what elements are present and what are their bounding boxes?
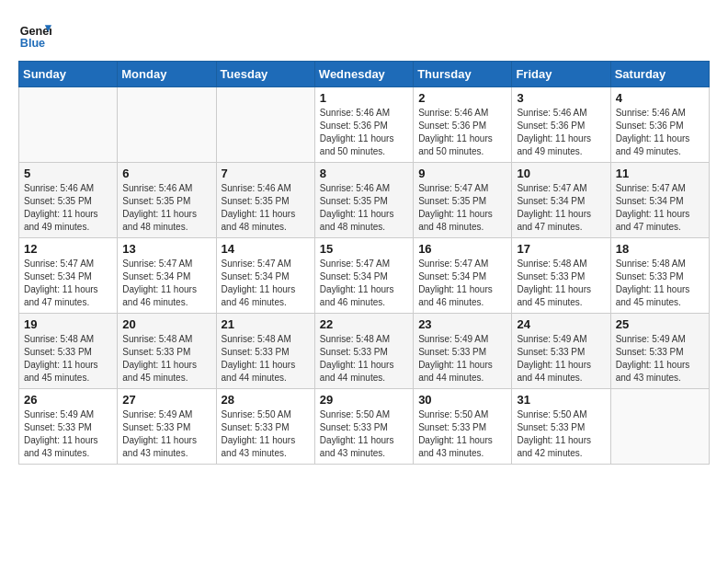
weekday-header-row: SundayMondayTuesdayWednesdayThursdayFrid…: [19, 62, 710, 87]
calendar-cell: 5Sunrise: 5:46 AM Sunset: 5:35 PM Daylig…: [19, 163, 118, 238]
day-number: 24: [517, 317, 605, 331]
day-info: Sunrise: 5:49 AM Sunset: 5:33 PM Dayligh…: [517, 333, 605, 385]
weekday-header-wednesday: Wednesday: [314, 62, 413, 87]
calendar-cell: 15Sunrise: 5:47 AM Sunset: 5:34 PM Dayli…: [314, 238, 413, 314]
calendar-cell: 4Sunrise: 5:46 AM Sunset: 5:36 PM Daylig…: [610, 87, 709, 163]
day-number: 23: [418, 317, 506, 331]
day-info: Sunrise: 5:47 AM Sunset: 5:34 PM Dayligh…: [517, 182, 605, 234]
day-number: 17: [517, 242, 605, 256]
calendar-cell: [610, 389, 709, 465]
calendar-cell: 19Sunrise: 5:48 AM Sunset: 5:33 PM Dayli…: [19, 314, 118, 389]
calendar-header: SundayMondayTuesdayWednesdayThursdayFrid…: [19, 62, 710, 87]
calendar-cell: 29Sunrise: 5:50 AM Sunset: 5:33 PM Dayli…: [314, 389, 413, 465]
weekday-header-thursday: Thursday: [414, 62, 512, 87]
weekday-header-sunday: Sunday: [19, 62, 118, 87]
week-row-3: 12Sunrise: 5:47 AM Sunset: 5:34 PM Dayli…: [19, 238, 710, 314]
calendar-cell: [118, 87, 216, 163]
day-info: Sunrise: 5:46 AM Sunset: 5:35 PM Dayligh…: [320, 182, 408, 234]
day-number: 18: [616, 242, 704, 256]
day-number: 19: [24, 317, 112, 331]
calendar-cell: [216, 87, 314, 163]
day-number: 15: [320, 242, 408, 256]
day-info: Sunrise: 5:47 AM Sunset: 5:34 PM Dayligh…: [24, 258, 112, 309]
day-info: Sunrise: 5:48 AM Sunset: 5:33 PM Dayligh…: [320, 333, 408, 385]
calendar-cell: 24Sunrise: 5:49 AM Sunset: 5:33 PM Dayli…: [512, 314, 610, 389]
calendar-cell: 10Sunrise: 5:47 AM Sunset: 5:34 PM Dayli…: [512, 163, 610, 238]
calendar-cell: 22Sunrise: 5:48 AM Sunset: 5:33 PM Dayli…: [314, 314, 413, 389]
calendar-cell: 18Sunrise: 5:48 AM Sunset: 5:33 PM Dayli…: [610, 238, 709, 314]
calendar-cell: 26Sunrise: 5:49 AM Sunset: 5:33 PM Dayli…: [19, 389, 118, 465]
calendar-cell: 27Sunrise: 5:49 AM Sunset: 5:33 PM Dayli…: [118, 389, 216, 465]
day-info: Sunrise: 5:49 AM Sunset: 5:33 PM Dayligh…: [418, 333, 506, 385]
day-info: Sunrise: 5:50 AM Sunset: 5:33 PM Dayligh…: [418, 408, 506, 460]
day-info: Sunrise: 5:47 AM Sunset: 5:34 PM Dayligh…: [222, 258, 310, 309]
day-info: Sunrise: 5:46 AM Sunset: 5:35 PM Dayligh…: [222, 182, 310, 234]
day-number: 8: [320, 167, 408, 180]
day-number: 27: [122, 393, 210, 407]
calendar-cell: 2Sunrise: 5:46 AM Sunset: 5:36 PM Daylig…: [414, 87, 512, 163]
svg-text:Blue: Blue: [20, 37, 45, 50]
day-number: 3: [517, 91, 605, 105]
day-info: Sunrise: 5:50 AM Sunset: 5:33 PM Dayligh…: [222, 408, 310, 460]
day-info: Sunrise: 5:46 AM Sunset: 5:36 PM Dayligh…: [418, 107, 506, 158]
calendar-cell: 6Sunrise: 5:46 AM Sunset: 5:35 PM Daylig…: [118, 163, 216, 238]
calendar-cell: 30Sunrise: 5:50 AM Sunset: 5:33 PM Dayli…: [414, 389, 512, 465]
day-info: Sunrise: 5:46 AM Sunset: 5:35 PM Dayligh…: [24, 182, 112, 234]
calendar-cell: 23Sunrise: 5:49 AM Sunset: 5:33 PM Dayli…: [414, 314, 512, 389]
calendar-cell: 28Sunrise: 5:50 AM Sunset: 5:33 PM Dayli…: [216, 389, 314, 465]
day-number: 20: [122, 317, 210, 331]
calendar-cell: 20Sunrise: 5:48 AM Sunset: 5:33 PM Dayli…: [118, 314, 216, 389]
calendar-cell: 8Sunrise: 5:46 AM Sunset: 5:35 PM Daylig…: [314, 163, 413, 238]
weekday-header-monday: Monday: [118, 62, 216, 87]
weekday-header-tuesday: Tuesday: [216, 62, 314, 87]
calendar-cell: 13Sunrise: 5:47 AM Sunset: 5:34 PM Dayli…: [118, 238, 216, 314]
calendar-cell: 11Sunrise: 5:47 AM Sunset: 5:34 PM Dayli…: [610, 163, 709, 238]
day-info: Sunrise: 5:49 AM Sunset: 5:33 PM Dayligh…: [24, 408, 112, 460]
day-info: Sunrise: 5:47 AM Sunset: 5:34 PM Dayligh…: [616, 182, 704, 234]
day-number: 9: [418, 167, 506, 180]
day-number: 10: [517, 167, 605, 180]
calendar-table: SundayMondayTuesdayWednesdayThursdayFrid…: [18, 61, 710, 465]
day-number: 1: [320, 91, 408, 105]
day-info: Sunrise: 5:49 AM Sunset: 5:33 PM Dayligh…: [122, 408, 210, 460]
day-info: Sunrise: 5:48 AM Sunset: 5:33 PM Dayligh…: [122, 333, 210, 385]
page-header: General Blue: [18, 18, 710, 52]
day-info: Sunrise: 5:48 AM Sunset: 5:33 PM Dayligh…: [616, 258, 704, 309]
day-number: 5: [24, 167, 112, 180]
calendar-cell: 16Sunrise: 5:47 AM Sunset: 5:34 PM Dayli…: [414, 238, 512, 314]
day-number: 4: [616, 91, 704, 105]
day-number: 7: [222, 167, 310, 180]
week-row-4: 19Sunrise: 5:48 AM Sunset: 5:33 PM Dayli…: [19, 314, 710, 389]
day-info: Sunrise: 5:46 AM Sunset: 5:36 PM Dayligh…: [517, 107, 605, 158]
week-row-5: 26Sunrise: 5:49 AM Sunset: 5:33 PM Dayli…: [19, 389, 710, 465]
week-row-2: 5Sunrise: 5:46 AM Sunset: 5:35 PM Daylig…: [19, 163, 710, 238]
weekday-header-saturday: Saturday: [610, 62, 709, 87]
day-number: 28: [222, 393, 310, 407]
calendar-cell: [19, 87, 118, 163]
day-number: 11: [616, 167, 704, 180]
day-number: 16: [418, 242, 506, 256]
day-number: 31: [517, 393, 605, 407]
day-info: Sunrise: 5:48 AM Sunset: 5:33 PM Dayligh…: [517, 258, 605, 309]
calendar-body: 1Sunrise: 5:46 AM Sunset: 5:36 PM Daylig…: [19, 87, 710, 465]
calendar-cell: 17Sunrise: 5:48 AM Sunset: 5:33 PM Dayli…: [512, 238, 610, 314]
week-row-1: 1Sunrise: 5:46 AM Sunset: 5:36 PM Daylig…: [19, 87, 710, 163]
day-info: Sunrise: 5:47 AM Sunset: 5:34 PM Dayligh…: [320, 258, 408, 309]
day-number: 29: [320, 393, 408, 407]
day-info: Sunrise: 5:48 AM Sunset: 5:33 PM Dayligh…: [222, 333, 310, 385]
day-number: 14: [222, 242, 310, 256]
day-number: 2: [418, 91, 506, 105]
day-number: 25: [616, 317, 704, 331]
day-info: Sunrise: 5:47 AM Sunset: 5:35 PM Dayligh…: [418, 182, 506, 234]
logo-icon: General Blue: [18, 18, 51, 52]
day-info: Sunrise: 5:47 AM Sunset: 5:34 PM Dayligh…: [122, 258, 210, 309]
day-info: Sunrise: 5:46 AM Sunset: 5:35 PM Dayligh…: [122, 182, 210, 234]
calendar-cell: 1Sunrise: 5:46 AM Sunset: 5:36 PM Daylig…: [314, 87, 413, 163]
day-number: 26: [24, 393, 112, 407]
day-info: Sunrise: 5:49 AM Sunset: 5:33 PM Dayligh…: [616, 333, 704, 385]
calendar-cell: 31Sunrise: 5:50 AM Sunset: 5:33 PM Dayli…: [512, 389, 610, 465]
day-number: 30: [418, 393, 506, 407]
calendar-cell: 7Sunrise: 5:46 AM Sunset: 5:35 PM Daylig…: [216, 163, 314, 238]
calendar-cell: 3Sunrise: 5:46 AM Sunset: 5:36 PM Daylig…: [512, 87, 610, 163]
calendar-cell: 12Sunrise: 5:47 AM Sunset: 5:34 PM Dayli…: [19, 238, 118, 314]
